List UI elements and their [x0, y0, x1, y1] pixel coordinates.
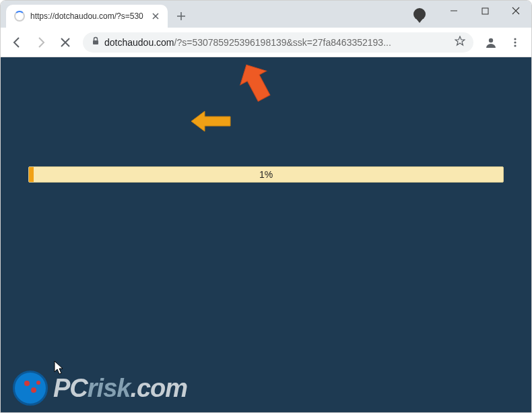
bookmark-star-icon[interactable] — [455, 36, 465, 49]
page-content: 1% PCrisk.com — [1, 57, 531, 412]
watermark-logo-icon — [13, 371, 48, 406]
progress-text: 1% — [29, 167, 503, 182]
annotation-yellow-arrow-icon — [190, 110, 232, 135]
progress-bar: 1% — [28, 166, 504, 183]
svg-point-5 — [514, 44, 516, 46]
window-close-button[interactable] — [500, 1, 531, 21]
profile-button[interactable] — [480, 32, 502, 53]
forward-button[interactable] — [30, 32, 52, 53]
tab-title: https://dotchaudou.com/?s=530 — [30, 11, 145, 21]
watermark: PCrisk.com — [13, 371, 187, 406]
url-text: dotchaudou.com/?s=530785925396198139&ssk… — [104, 37, 451, 48]
watermark-brand-a: PC — [53, 374, 88, 402]
window-maximize-button[interactable] — [469, 1, 500, 21]
svg-point-3 — [514, 38, 516, 40]
address-bar[interactable]: dotchaudou.com/?s=530785925396198139&ssk… — [83, 32, 473, 53]
new-tab-button[interactable] — [172, 7, 191, 26]
url-path: /?s=530785925396198139&ssk=27fa846335219… — [174, 37, 391, 48]
tab-close-button[interactable] — [150, 11, 161, 22]
back-button[interactable] — [6, 32, 28, 53]
menu-button[interactable] — [504, 32, 526, 53]
stop-reload-button[interactable] — [55, 32, 76, 53]
tab-search-button[interactable] — [409, 5, 430, 24]
svg-rect-0 — [482, 8, 488, 14]
loading-spinner-icon — [14, 11, 25, 22]
watermark-brand-b: risk — [88, 374, 131, 402]
svg-rect-1 — [93, 40, 98, 44]
browser-toolbar: dotchaudou.com/?s=530785925396198139&ssk… — [1, 28, 531, 57]
window-minimize-button[interactable] — [438, 1, 469, 21]
window-titlebar: https://dotchaudou.com/?s=530 — [1, 1, 531, 28]
lock-icon — [91, 36, 100, 49]
annotation-orange-arrow-icon — [238, 61, 273, 104]
svg-point-2 — [489, 38, 493, 42]
watermark-brand-c: .com — [130, 374, 187, 402]
url-domain: dotchaudou.com — [104, 37, 174, 48]
svg-point-4 — [514, 41, 516, 43]
window-controls — [438, 1, 531, 21]
watermark-text: PCrisk.com — [53, 374, 187, 403]
browser-tab[interactable]: https://dotchaudou.com/?s=530 — [6, 5, 168, 28]
